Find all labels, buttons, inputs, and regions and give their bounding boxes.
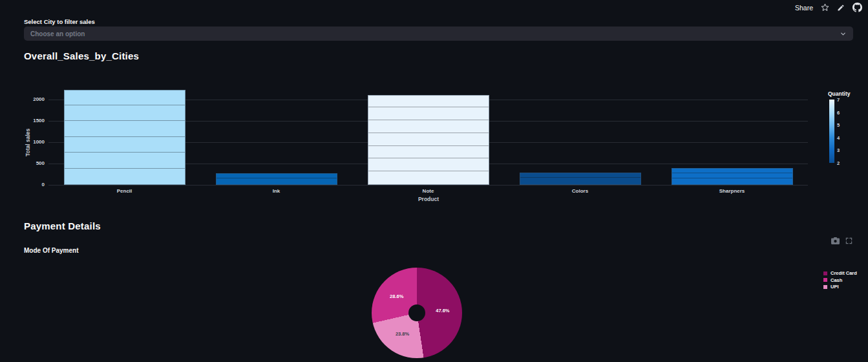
legend-swatch: [823, 285, 827, 289]
app-toolbar: Share: [795, 3, 862, 12]
bar-segment-divider: [672, 173, 792, 173]
x-tick-label: Note: [368, 188, 489, 194]
bar-segment-divider: [368, 107, 489, 107]
colorbar-tick-label: 2: [837, 160, 840, 166]
app-root: Share Select City to filter sales Choose…: [0, 0, 868, 362]
bar-segment-divider: [368, 133, 489, 133]
pie-legend-item[interactable]: Cash: [823, 277, 842, 283]
pie-legend-item[interactable]: Credit Card: [823, 270, 857, 276]
bar-ink[interactable]: [216, 173, 337, 185]
x-tick-label: Colors: [520, 188, 641, 194]
bar-segment-divider: [65, 152, 185, 153]
bar-segment-divider: [65, 168, 185, 169]
y-tick-label: 1500: [23, 118, 45, 124]
bar-segment-divider: [368, 158, 489, 158]
city-filter-label: Select City to filter sales: [24, 18, 95, 25]
pie-chart-hole: [408, 304, 425, 321]
colorbar-tick-label: 3: [837, 147, 840, 153]
fullscreen-icon[interactable]: [845, 237, 852, 244]
bar-segment-divider: [520, 177, 640, 178]
y-tick-label: 2000: [23, 96, 45, 103]
legend-label: Cash: [831, 277, 842, 283]
x-tick-label: Ink: [216, 188, 337, 194]
bar-sharpners[interactable]: [672, 168, 793, 185]
chart-modebar: [831, 237, 852, 244]
legend-label: UPI: [831, 284, 839, 290]
camera-icon[interactable]: [831, 237, 840, 244]
pie-chart-title: Mode Of Payment: [24, 247, 78, 254]
colorbar-tick-label: 6: [837, 110, 840, 116]
pie-slice-label: 28.6%: [384, 293, 410, 299]
legend-swatch: [823, 278, 827, 282]
bar-segment-divider: [368, 145, 489, 146]
bar-segment-divider: [368, 120, 489, 120]
y-tick-label: 0: [23, 182, 45, 188]
city-filter-select[interactable]: Choose an option: [24, 27, 853, 41]
star-icon[interactable]: [821, 3, 829, 12]
colorbar-tick-label: 4: [837, 135, 840, 141]
bar-segment-divider: [65, 120, 185, 121]
y-tick-label: 500: [23, 160, 45, 167]
section-title-overall-sales: Overall_Sales_by_Cities: [24, 50, 139, 61]
bar-segment-divider: [217, 178, 337, 178]
bar-segment-divider: [65, 105, 185, 105]
bar-colors[interactable]: [520, 173, 641, 185]
colorbar-title: Quantity: [828, 90, 850, 97]
bar-segment-divider: [65, 136, 185, 137]
pie-slice-label: 47.6%: [430, 308, 456, 314]
x-axis-title: Product: [386, 196, 471, 202]
section-title-payment-details: Payment Details: [24, 220, 101, 231]
chevron-down-icon: [840, 30, 847, 37]
bar-segment-divider: [672, 178, 792, 178]
bar-note[interactable]: [368, 95, 489, 185]
edit-icon[interactable]: [837, 4, 845, 12]
bar-pencil[interactable]: [64, 90, 185, 185]
pie-legend-item[interactable]: UPI: [823, 284, 839, 290]
colorbar-tick-label: 5: [837, 122, 840, 128]
legend-label: Credit Card: [831, 270, 857, 276]
x-tick-label: Pencil: [64, 188, 185, 194]
x-tick-label: Sharpners: [672, 188, 793, 194]
y-axis-title: Total sales: [25, 129, 31, 156]
bar-segment-divider: [368, 171, 489, 171]
gridline: [48, 185, 808, 186]
share-button[interactable]: Share: [795, 4, 813, 12]
github-icon[interactable]: [852, 3, 862, 12]
legend-swatch: [823, 272, 827, 275]
pie-slice-label: 23.8%: [390, 331, 416, 337]
colorbar-gradient: [829, 100, 834, 163]
colorbar-tick-label: 7: [837, 97, 840, 103]
select-placeholder: Choose an option: [30, 30, 85, 37]
